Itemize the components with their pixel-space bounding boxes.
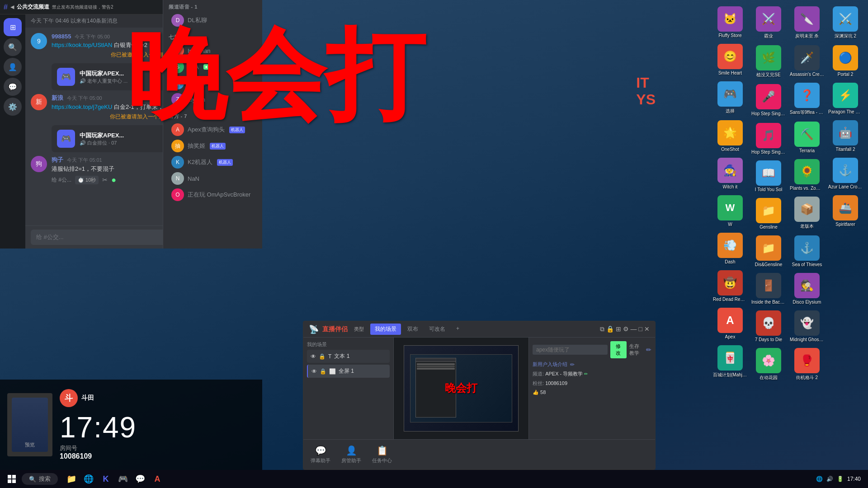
desktop-icon-fluffy[interactable]: 🐱 Fluffy Store (712, 5, 748, 40)
desktop-icon-old[interactable]: 📦 老版本 (789, 195, 825, 231)
tray-battery-icon[interactable]: 🔋 (837, 476, 844, 482)
member-choujiang-name: 抽奖姬 (188, 142, 205, 150)
desktop-icon-rdr[interactable]: 🤠 Red Dead Redemp... (712, 268, 748, 304)
tab-double[interactable]: 双布 (403, 324, 423, 335)
member-inhuman[interactable]: I Inhuman (169, 42, 257, 59)
member-k2bot[interactable]: K K2机器人 机器人 (169, 154, 257, 170)
desktop-icon-plant[interactable]: 🌿 植没又完SE (750, 43, 787, 80)
new-user-edit-icon[interactable]: ✏ (570, 361, 575, 368)
titlebar-left: # ◀ 公共交流频道 禁止发布其他频道链接，警告2 (4, 3, 113, 11)
tool-fanguan[interactable]: 👤 房管助手 (338, 443, 365, 466)
desktop-icon-paragon[interactable]: ⚡ Paragon The Over (827, 81, 863, 116)
new-user-btn[interactable]: 新用户入场介绍 (533, 361, 567, 368)
desktop-icon-dash[interactable]: 💨 Dash (712, 231, 748, 266)
member-youshanhong[interactable]: 佑 佑尚泓 ● (169, 75, 257, 91)
tray-network-icon[interactable]: 🌐 (816, 476, 823, 482)
desktop-icon-disco[interactable]: 🕵️ Disco Elysium (789, 271, 825, 306)
desktop-icon-portal2[interactable]: 🔵 Portal 2 (827, 43, 863, 79)
desktop-icon-mahjong[interactable]: 🀄 百城计划(Mahjong) (712, 343, 748, 380)
wechat-icon: 💬 (135, 474, 145, 484)
desktop-icon-inside[interactable]: 🚪 Inside the Backrooms (750, 271, 787, 306)
tray-volume-icon[interactable]: 🔊 (826, 476, 833, 482)
taskbar-kook[interactable]: K (98, 471, 114, 487)
taskbar-chrome[interactable]: 🌐 (80, 471, 97, 487)
reply-btn[interactable]: 给 #公... (52, 176, 71, 184)
desktop-icon-terraria[interactable]: ⛏️ Terraria (789, 120, 825, 155)
desktop-icon-folder2[interactable]: 📁 Dis&Gensline (750, 234, 787, 269)
broadcast-grid-icon[interactable]: ⊞ (616, 325, 621, 333)
desktop-icon-apex[interactable]: A Apex (712, 306, 748, 341)
assassin-icon: 🗡️ (794, 45, 820, 70)
broadcast-lock-icon[interactable]: 🔒 (606, 325, 614, 333)
start-button[interactable] (4, 471, 20, 487)
tab-add[interactable]: + (452, 324, 464, 335)
tab-scene[interactable]: 我的场景 (370, 324, 401, 335)
stream-title-input[interactable] (533, 345, 608, 355)
invite-sub-998855: 🔊 老年人重复中心 ... (80, 78, 162, 84)
desktop-icon-sot[interactable]: ⚓ Sea of Thieves (789, 234, 825, 269)
desktop-icon-witch[interactable]: 🧙 Witch it (712, 156, 748, 191)
tool-danmu[interactable]: 💬 弹幕助手 (307, 443, 334, 466)
desktop-icon-pvz[interactable]: 🌻 Plants vs. Zombies G (789, 157, 825, 192)
member-nan[interactable]: N NaN (169, 170, 257, 187)
broadcast-close-icon[interactable]: ✕ (644, 325, 650, 333)
sidebar-home[interactable]: ⊞ (4, 18, 22, 36)
stat-edit-icon[interactable]: ✏ (584, 371, 588, 376)
desktop-icon-hss1[interactable]: 🎤 Hop Step Sing 某... (750, 82, 787, 119)
desktop-icon-sans[interactable]: ❓ Sans等9ffea - 省代方式 (789, 81, 825, 117)
member-choujiang[interactable]: 抽 抽奖姬 机器人 (169, 138, 257, 154)
taskbar-game[interactable]: 🎮 (115, 471, 131, 487)
desktop-icon-w[interactable]: W W (712, 193, 748, 229)
link-xinlang[interactable]: https://kook.top/j7geKU (52, 103, 112, 110)
member-dl[interactable]: D DL私聊 (169, 14, 257, 28)
desktop-icon-heart[interactable]: 😊 Smile Heart (712, 42, 748, 77)
desktop-icon-baye[interactable]: ⚔️ 霸业 (750, 5, 787, 41)
sidebar-settings[interactable]: ⚙️ (4, 98, 22, 116)
disco-icon: 🕵️ (794, 273, 820, 298)
desktop-icon-azurlane[interactable]: ⚓ Azur Lane Crosswave (827, 156, 863, 191)
desktop-icon-folder1[interactable]: 📁 Gensline (750, 196, 787, 231)
desktop-icon-hss2[interactable]: 🎵 Hop Step Sing Kina (750, 121, 787, 156)
broadcast-type-btn[interactable]: 类型 (351, 325, 367, 333)
member-ompap[interactable]: O 正在玩 OmApSvcBroker (169, 187, 257, 203)
sidebar-servers[interactable]: 💬 (4, 78, 22, 96)
desktop-icon-assassin[interactable]: 🗡️ Assassin's Creed O (789, 43, 825, 79)
desktop-icon-7days[interactable]: 💀 7 Days to Die (750, 309, 787, 344)
tool-task[interactable]: 📋 任务中心 (368, 443, 396, 466)
scene-fullscreen1[interactable]: 👁 🔒 ⬜ 全屏 1 (307, 365, 390, 378)
taskbar-wechat[interactable]: 💬 (132, 471, 148, 487)
broadcast-filter-icon[interactable]: ⚙ (623, 325, 629, 333)
desktop-icon-ghost[interactable]: 👻 Midnight Ghost Hunt (789, 309, 825, 344)
broadcast-min-icon[interactable]: — (631, 325, 637, 333)
member-sla[interactable]: S SLA ● (169, 59, 257, 75)
hss1-icon: 🎤 (756, 84, 781, 109)
sidebar-friends[interactable]: 👤 (4, 58, 22, 76)
tab-rename[interactable]: 可改名 (425, 324, 450, 335)
taskbar-explorer[interactable]: 📁 (63, 471, 80, 487)
taskbar-search-box[interactable]: 🔍 搜索 (22, 473, 58, 485)
broadcast-copy-icon[interactable]: ⧉ (600, 325, 604, 333)
desktop-icon-garden[interactable]: 🌸 在动花园 (750, 346, 787, 383)
desktop-icon-spiritfarer[interactable]: 🚢 Spiritfarer (827, 193, 863, 229)
member-apex-bot-avatar: A (171, 123, 184, 136)
scene-text1[interactable]: 👁 🔒 T 文本 1 (307, 350, 390, 363)
template-edit-icon[interactable]: ✏ (646, 346, 651, 353)
reaction-btn[interactable]: ⏱️ 10秒 (75, 176, 99, 184)
desktop-icon-tan[interactable]: 🔪 炭明未至 杀 (789, 5, 825, 41)
member-apex-bot[interactable]: A Apex查询狗头 机器人 (169, 122, 257, 138)
taskbar-apex[interactable]: A (149, 471, 165, 487)
sidebar-search[interactable]: 🔍 (4, 38, 22, 56)
reaction-icon[interactable]: ✂ (102, 176, 108, 183)
desktop-icon-select[interactable]: 🎮 选择 (712, 80, 748, 116)
kook-notice-text: 禁止发布其他频道链接，警告2 (52, 4, 113, 10)
desktop-icon-arcade[interactable]: 🥊 街机格斗 2 (789, 346, 825, 383)
desktop-icon-oneshot[interactable]: 🌟 OneShot (712, 118, 748, 154)
member-ziyeah[interactable]: Z Ziyeah (169, 91, 257, 108)
member-apex-bot-name: Apex查询狗头 (188, 126, 225, 134)
stream-edit-btn[interactable]: 修改 (610, 341, 627, 358)
link-998855[interactable]: https://kook.top/UStlAN (52, 42, 112, 48)
broadcast-max-icon[interactable]: □ (639, 325, 642, 333)
desktop-icon-titanfall[interactable]: 🤖 Titanfall 2 (827, 118, 863, 154)
desktop-icon-abyss[interactable]: ⚔️ 深渊深坑 2 (827, 5, 863, 41)
desktop-icon-itoldyou[interactable]: 📖 I Told You Sol (750, 159, 787, 194)
